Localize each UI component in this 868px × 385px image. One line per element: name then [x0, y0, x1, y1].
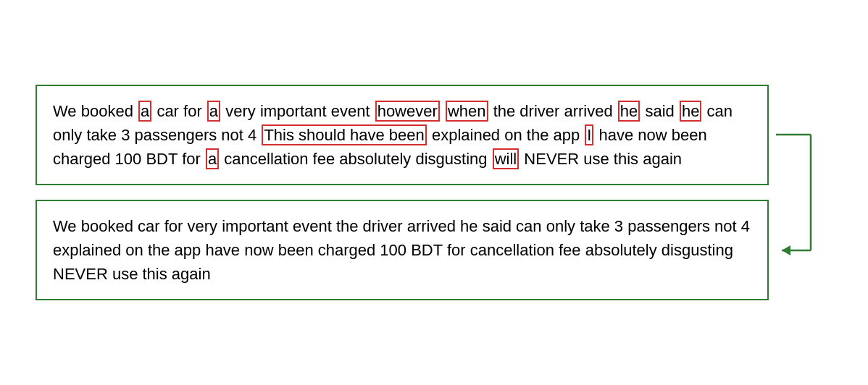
main-container: We booked a car for a very important eve… — [36, 77, 832, 308]
highlight-however: however — [375, 101, 440, 122]
arrow-svg — [775, 77, 832, 308]
original-text-content: We booked a car for a very important eve… — [53, 102, 733, 168]
highlight-this-should: This should have been — [262, 124, 426, 145]
cleaned-text-box: We booked car for very important event t… — [36, 200, 769, 300]
highlight-will: will — [493, 148, 519, 169]
highlight-i: I — [585, 124, 593, 145]
highlight-he1: he — [618, 101, 640, 122]
highlight-a1: a — [138, 101, 151, 122]
svg-marker-3 — [782, 245, 790, 255]
original-text-box: We booked a car for a very important eve… — [36, 85, 769, 185]
cleaned-text-content: We booked car for very important event t… — [53, 217, 750, 283]
highlight-he2: he — [680, 101, 701, 122]
highlight-a3: a — [206, 148, 219, 169]
arrow-container — [775, 77, 832, 308]
highlight-a2: a — [207, 101, 220, 122]
highlight-when: when — [446, 101, 488, 122]
boxes-column: We booked a car for a very important eve… — [36, 85, 769, 300]
